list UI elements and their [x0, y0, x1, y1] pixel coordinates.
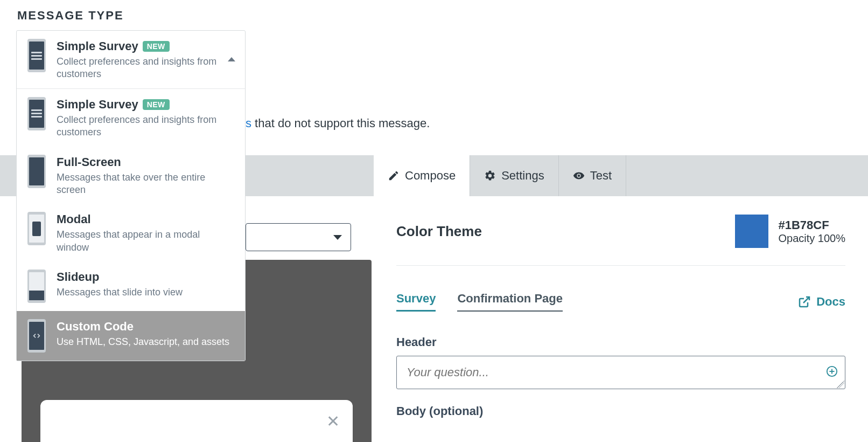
tab-compose[interactable]: Compose [374, 155, 470, 196]
survey-preview-icon [26, 38, 47, 73]
selected-title: Simple Survey [57, 39, 138, 53]
header-input[interactable] [396, 356, 845, 389]
modal-preview-icon [26, 211, 47, 246]
chevron-down-icon [333, 235, 342, 240]
tab-test[interactable]: Test [559, 155, 626, 196]
tab-label: Compose [405, 169, 456, 183]
tab-settings[interactable]: Settings [470, 155, 559, 196]
docs-link[interactable]: Docs [798, 295, 845, 309]
message-type-selected[interactable]: Simple Survey NEW Collect preferences an… [17, 31, 245, 88]
option-desc: Messages that slide into view [57, 286, 218, 299]
subtab-confirmation[interactable]: Confirmation Page [457, 292, 563, 312]
option-title: Custom Code [57, 320, 134, 334]
header-field-label: Header [396, 335, 845, 349]
subtab-survey[interactable]: Survey [396, 292, 436, 312]
preview-device-select[interactable] [246, 223, 351, 251]
option-full-screen[interactable]: Full-Screen Messages that take over the … [17, 147, 245, 204]
gear-icon [484, 170, 496, 182]
option-custom-code[interactable]: Custom Code Use HTML, CSS, Javascript, a… [17, 311, 245, 361]
external-link-icon [798, 295, 811, 308]
platforms-link-fragment[interactable]: s [246, 116, 251, 130]
color-swatch[interactable] [735, 215, 768, 248]
code-preview-icon [26, 319, 47, 353]
color-theme-title: Color Theme [396, 223, 482, 240]
option-title: Simple Survey [57, 98, 138, 112]
option-desc: Use HTML, CSS, Javascript, and assets [57, 336, 235, 348]
editor-panel: Compose Settings Test Color Theme #1B78C… [374, 155, 868, 442]
color-hex: #1B78CF [778, 218, 845, 232]
resize-grip-icon[interactable] [837, 381, 844, 388]
body-field-label: Body (optional) [396, 404, 845, 418]
editor-tabs: Compose Settings Test [374, 155, 868, 196]
option-simple-survey[interactable]: Simple Survey NEW Collect preferences an… [17, 89, 245, 147]
new-badge: NEW [143, 99, 170, 110]
message-type-dropdown[interactable]: Simple Survey NEW Collect preferences an… [16, 30, 246, 361]
tab-label: Settings [501, 169, 544, 183]
new-badge: NEW [143, 41, 170, 52]
pencil-icon [388, 170, 400, 182]
option-modal[interactable]: Modal Messages that appear in a modal wi… [17, 204, 245, 261]
eye-icon [573, 170, 585, 182]
survey-preview-icon [26, 96, 47, 131]
option-title: Slideup [57, 270, 99, 284]
warning-text: s that do not support this message. [246, 116, 430, 130]
slideup-preview-icon [26, 269, 47, 303]
preview-phone-frame: ✕ [40, 400, 353, 442]
option-desc: Collect preferences and insights from cu… [57, 114, 218, 139]
svg-line-0 [803, 297, 809, 303]
option-title: Modal [57, 212, 91, 226]
option-title: Full-Screen [57, 155, 121, 169]
color-opacity: Opacity 100% [778, 232, 845, 245]
selected-desc: Collect preferences and insights from cu… [57, 56, 218, 81]
fullscreen-preview-icon [26, 154, 47, 189]
option-desc: Messages that appear in a modal window [57, 229, 218, 254]
tab-label: Test [590, 169, 612, 183]
chevron-up-icon [228, 57, 235, 61]
close-icon[interactable]: ✕ [326, 412, 340, 431]
message-type-label: MESSAGE TYPE [17, 9, 124, 23]
color-theme-row: Color Theme #1B78CF Opacity 100% [396, 215, 845, 266]
docs-label: Docs [816, 295, 845, 309]
option-slideup[interactable]: Slideup Messages that slide into view [17, 261, 245, 311]
plus-circle-icon[interactable] [826, 365, 838, 379]
option-desc: Messages that take over the entire scree… [57, 171, 218, 197]
